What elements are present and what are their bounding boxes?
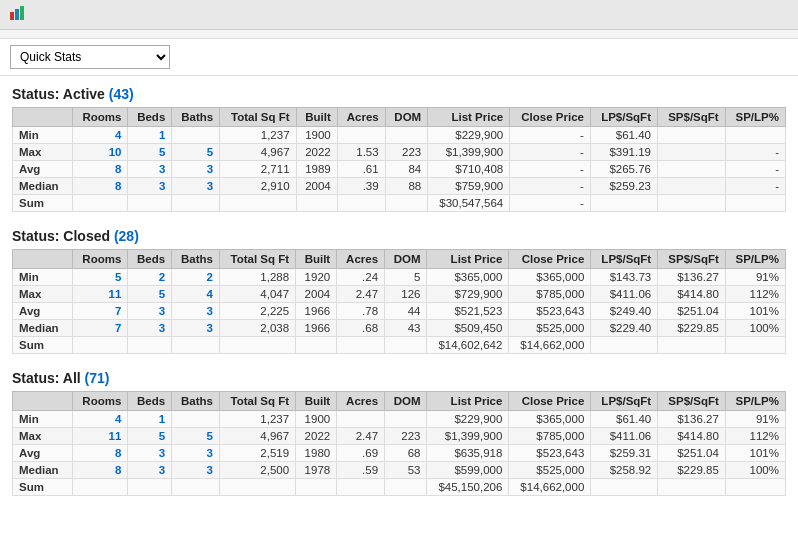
- table-cell-3-1: 7: [73, 320, 128, 337]
- table-row: Avg8332,5191980.6968$635,918$523,643$259…: [13, 445, 786, 462]
- table-cell-2-9: -: [510, 161, 591, 178]
- table-cell-2-0: Avg: [13, 445, 73, 462]
- table-cell-2-6: .61: [337, 161, 385, 178]
- table-cell-3-3: 3: [172, 178, 220, 195]
- col-header-8: List Price: [428, 108, 510, 127]
- table-cell-4-6: [337, 195, 385, 212]
- col-header-12: SP/LP%: [725, 108, 785, 127]
- table-cell-0-0: Min: [13, 269, 73, 286]
- table-cell-0-5: 1920: [296, 269, 337, 286]
- table-cell-1-2: 5: [128, 144, 172, 161]
- svg-rect-1: [15, 9, 19, 20]
- table-cell-1-2: 5: [128, 428, 172, 445]
- table-row: Sum$14,602,642$14,662,000: [13, 337, 786, 354]
- col-header-8: List Price: [427, 250, 509, 269]
- table-cell-4-9: $14,662,000: [509, 337, 591, 354]
- col-header-3: Baths: [172, 250, 220, 269]
- table-cell-2-11: $251.04: [658, 445, 726, 462]
- table-cell-4-3: [172, 479, 220, 496]
- col-header-5: Built: [296, 392, 337, 411]
- table-cell-0-3: 2: [172, 269, 220, 286]
- col-header-6: Acres: [337, 108, 385, 127]
- table-cell-3-7: 53: [385, 462, 427, 479]
- table-row: Median7332,0381966.6843$509,450$525,000$…: [13, 320, 786, 337]
- table-cell-2-1: 7: [73, 303, 128, 320]
- section-closed: Status: Closed (28)RoomsBedsBathsTotal S…: [12, 228, 786, 354]
- table-cell-0-1: 4: [73, 127, 128, 144]
- table-cell-0-11: $136.27: [658, 269, 726, 286]
- table-cell-3-12: 100%: [725, 320, 785, 337]
- table-cell-1-11: [657, 144, 725, 161]
- table-cell-1-7: 223: [385, 428, 427, 445]
- table-cell-4-6: [337, 479, 385, 496]
- col-header-10: LP$/SqFt: [590, 108, 657, 127]
- table-cell-4-0: Sum: [13, 337, 73, 354]
- table-cell-1-10: $391.19: [590, 144, 657, 161]
- table-cell-2-7: 44: [385, 303, 427, 320]
- table-cell-3-2: 3: [128, 320, 172, 337]
- table-cell-0-4: 1,237: [220, 127, 296, 144]
- table-cell-1-8: $729,900: [427, 286, 509, 303]
- table-cell-3-11: [657, 178, 725, 195]
- table-cell-4-3: [172, 195, 220, 212]
- table-cell-3-12: 100%: [725, 462, 785, 479]
- table-cell-2-0: Avg: [13, 161, 73, 178]
- table-cell-0-3: [172, 411, 220, 428]
- table-cell-4-7: [385, 479, 427, 496]
- table-cell-3-5: 2004: [296, 178, 337, 195]
- table-cell-4-2: [128, 479, 172, 496]
- table-row: Max10554,96720221.53223$1,399,900-$391.1…: [13, 144, 786, 161]
- table-cell-3-2: 3: [128, 178, 172, 195]
- table-cell-4-8: $14,602,642: [427, 337, 509, 354]
- table-cell-1-11: $414.80: [658, 428, 726, 445]
- table-cell-0-6: .24: [337, 269, 385, 286]
- table-cell-4-10: [591, 337, 658, 354]
- table-cell-4-0: Sum: [13, 195, 73, 212]
- table-cell-3-8: $509,450: [427, 320, 509, 337]
- table-cell-4-1: [73, 479, 128, 496]
- table-cell-3-9: -: [510, 178, 591, 195]
- table-cell-0-4: 1,288: [219, 269, 295, 286]
- quick-stats-dropdown[interactable]: Quick Stats: [10, 45, 170, 69]
- table-cell-4-2: [128, 337, 172, 354]
- table-cell-1-8: $1,399,900: [428, 144, 510, 161]
- section-all: Status: All (71)RoomsBedsBathsTotal Sq F…: [12, 370, 786, 496]
- table-cell-1-4: 4,967: [219, 428, 295, 445]
- table-cell-3-7: 43: [385, 320, 427, 337]
- table-cell-2-11: [657, 161, 725, 178]
- table-cell-4-10: [590, 195, 657, 212]
- table-row: Sum$30,547,564-: [13, 195, 786, 212]
- table-cell-2-2: 3: [128, 445, 172, 462]
- bar-chart-icon: [10, 6, 26, 23]
- table-row: Min411,2371900$229,900$365,000$61.40$136…: [13, 411, 786, 428]
- table-row: Median8332,9102004.3988$759,900-$259.23-: [13, 178, 786, 195]
- col-header-1: Rooms: [73, 250, 128, 269]
- table-cell-2-10: $249.40: [591, 303, 658, 320]
- table-cell-0-8: $229,900: [428, 127, 510, 144]
- table-cell-2-12: 101%: [725, 445, 785, 462]
- table-cell-2-6: .78: [337, 303, 385, 320]
- col-header-1: Rooms: [73, 392, 128, 411]
- table-cell-3-4: 2,038: [219, 320, 295, 337]
- table-cell-2-4: 2,225: [219, 303, 295, 320]
- table-all: RoomsBedsBathsTotal Sq FtBuiltAcresDOMLi…: [12, 391, 786, 496]
- table-cell-0-10: $61.40: [591, 411, 658, 428]
- table-cell-0-7: [385, 127, 428, 144]
- section-title-active: Status: Active (43): [12, 86, 786, 102]
- table-cell-3-5: 1978: [296, 462, 337, 479]
- table-cell-0-1: 5: [73, 269, 128, 286]
- table-cell-1-11: $414.80: [658, 286, 726, 303]
- table-active: RoomsBedsBathsTotal Sq FtBuiltAcresDOMLi…: [12, 107, 786, 212]
- table-cell-4-11: [658, 479, 726, 496]
- table-cell-2-12: -: [725, 161, 785, 178]
- table-cell-2-3: 3: [172, 303, 220, 320]
- table-row: Max11554,96720222.47223$1,399,900$785,00…: [13, 428, 786, 445]
- table-cell-4-9: -: [510, 195, 591, 212]
- table-cell-2-10: $265.76: [590, 161, 657, 178]
- table-row: Max11544,04720042.47126$729,900$785,000$…: [13, 286, 786, 303]
- table-cell-0-11: [657, 127, 725, 144]
- table-row: Avg8332,7111989.6184$710,408-$265.76-: [13, 161, 786, 178]
- col-header-12: SP/LP%: [725, 392, 785, 411]
- table-cell-1-5: 2004: [296, 286, 337, 303]
- table-row: Min411,2371900$229,900-$61.40: [13, 127, 786, 144]
